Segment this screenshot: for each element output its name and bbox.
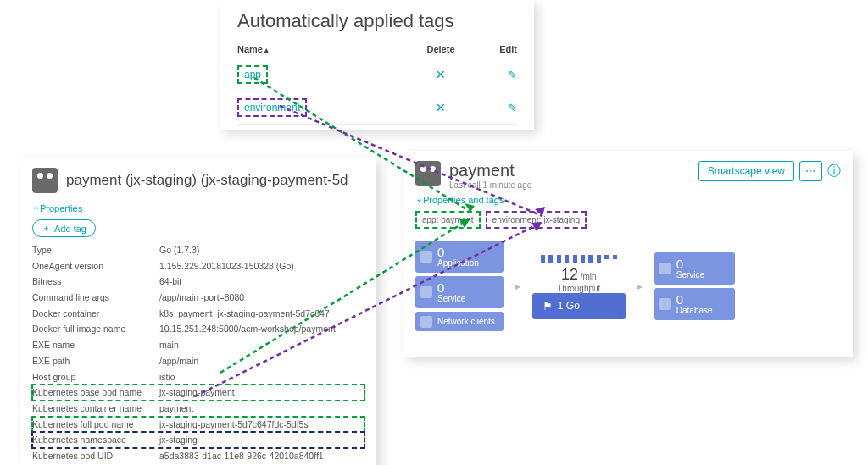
- more-button[interactable]: ⋯: [799, 161, 822, 181]
- col-delete: Delete: [415, 44, 466, 54]
- metric-database[interactable]: 0Database: [654, 288, 735, 320]
- arrow-icon: ▸: [515, 280, 520, 292]
- service-actions: Smartscape view ⋯ ⓘ: [698, 161, 841, 181]
- tag-pills: app: payment environment: jx-staging: [415, 211, 841, 229]
- metric-service[interactable]: 0Service: [654, 252, 735, 285]
- tag-app[interactable]: app: payment: [415, 211, 481, 229]
- tags-header: Name Delete Edit: [237, 41, 517, 58]
- properties-header: payment (jx-staging) (jx-staging-payment…: [32, 168, 364, 193]
- section-toggle[interactable]: Properties: [32, 200, 364, 219]
- right-metrics: 0Service 0Database: [654, 252, 735, 320]
- main-service-box[interactable]: 1 Go: [532, 293, 626, 319]
- delete-icon[interactable]: ✕: [415, 68, 466, 81]
- delete-icon[interactable]: ✕: [415, 101, 466, 114]
- metric-network[interactable]: Network clients: [415, 312, 504, 331]
- properties-title: payment (jx-staging) (jx-staging-payment…: [66, 172, 348, 189]
- edit-icon[interactable]: ✎: [466, 102, 517, 114]
- smartscape-button[interactable]: Smartscape view: [698, 161, 794, 181]
- service-subtitle: Last call 1 minute ago: [449, 180, 531, 190]
- metric-application[interactable]: 0Application: [415, 241, 504, 273]
- properties-panel: payment (jx-staging) (jx-staging-payment…: [20, 158, 376, 465]
- tags-panel: Automatically applied tags Name Delete E…: [220, 0, 534, 130]
- left-metrics: 0Application 0Service Network clients: [415, 241, 504, 331]
- arrow-icon: ▸: [637, 280, 643, 292]
- edit-icon[interactable]: ✎: [466, 69, 517, 81]
- throughput: 12 /min Throughput: [532, 255, 626, 293]
- tag-env[interactable]: environment: jx-staging: [486, 211, 587, 229]
- add-tag-button[interactable]: ＋Add tag: [32, 219, 96, 237]
- tag-name[interactable]: app: [237, 65, 415, 84]
- go-gopher-icon: [415, 161, 441, 186]
- tags-row: environment ✕ ✎: [237, 91, 517, 125]
- col-name[interactable]: Name: [237, 44, 415, 54]
- metric-service[interactable]: 0Service: [415, 276, 504, 308]
- throughput-bar: [541, 255, 617, 263]
- center-block: 12 /min Throughput 1 Go: [532, 253, 626, 319]
- col-edit: Edit: [466, 44, 517, 54]
- info-icon[interactable]: ⓘ: [827, 163, 841, 180]
- tags-title: Automatically applied tags: [237, 10, 517, 32]
- properties-list: TypeGo (1.7.3) OneAgent version1.155.229…: [32, 242, 364, 465]
- service-header: payment Last call 1 minute ago Smartscap…: [415, 161, 841, 190]
- section-toggle[interactable]: Properties and tags: [415, 190, 841, 211]
- tags-row: app ✕ ✎: [237, 58, 517, 91]
- go-gopher-icon: [32, 168, 58, 193]
- tag-name[interactable]: environment: [237, 98, 415, 117]
- service-panel: payment Last call 1 minute ago Smartscap…: [403, 151, 853, 357]
- tags-table: Name Delete Edit app ✕ ✎ environment ✕ ✎: [237, 41, 517, 125]
- service-title: payment: [449, 161, 531, 180]
- service-flow: 0Application 0Service Network clients ▸ …: [415, 241, 841, 331]
